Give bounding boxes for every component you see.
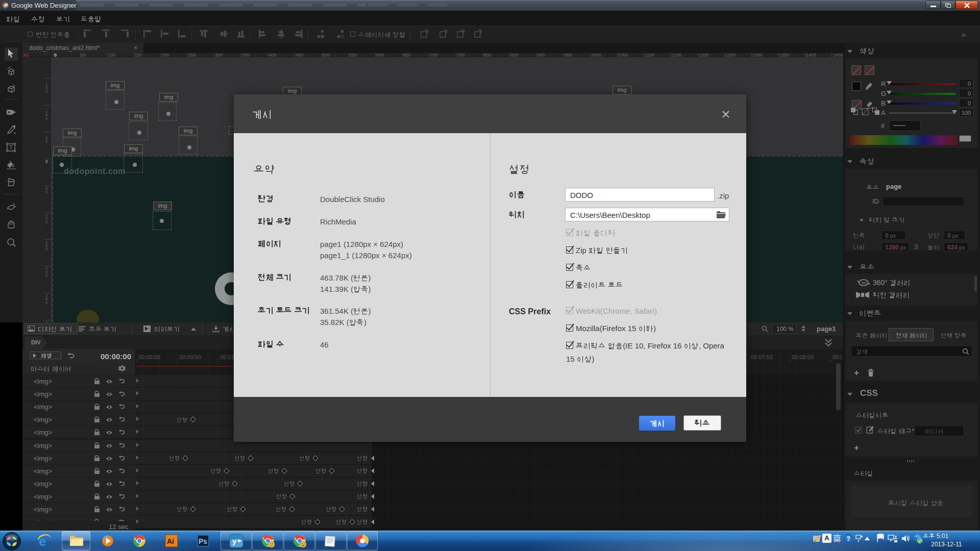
svg-text:y: y xyxy=(232,537,237,545)
svg-text:Ps: Ps xyxy=(199,537,207,545)
svg-text:?: ? xyxy=(847,535,850,542)
svg-text:Ai: Ai xyxy=(167,537,174,545)
